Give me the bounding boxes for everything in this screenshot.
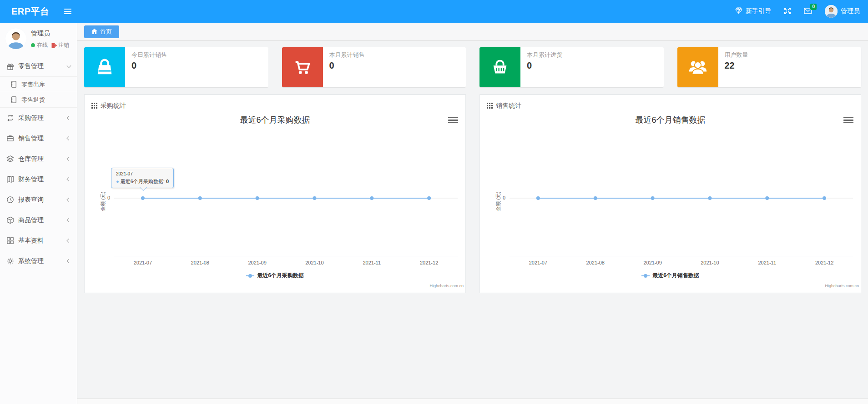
shopping-bag-icon	[84, 47, 125, 87]
stat-value: 0	[527, 60, 562, 71]
sidebar-item-retail[interactable]: 零售管理	[0, 56, 77, 77]
sidebar-item-label: 零售退货	[21, 96, 45, 104]
chevron-left-icon	[67, 116, 71, 120]
sidebar-item-purchase[interactable]: 采购管理	[0, 108, 77, 128]
chevron-left-icon	[67, 177, 71, 182]
sidebar-item-system[interactable]: 系统管理	[0, 251, 77, 271]
sidebar-item-label: 零售管理	[18, 62, 63, 70]
sidebar-item-goods[interactable]: 商品管理	[0, 210, 77, 230]
charts-row: 采购统计 最近6个月采购数据 金额 (元) 0 2021-072021-0820…	[84, 94, 861, 293]
highcharts-credits-link[interactable]: Highcharts.com.cn	[825, 284, 859, 288]
th-grid-icon	[91, 103, 97, 109]
logout-icon	[51, 43, 57, 48]
stat-label: 用户数量	[725, 51, 748, 59]
chevron-left-icon	[67, 157, 71, 161]
journal-icon	[10, 96, 18, 104]
highcharts-credits-link[interactable]: Highcharts.com.cn	[429, 284, 464, 288]
tooltip-value: 0	[166, 179, 169, 184]
profile-name: 管理员	[31, 30, 69, 38]
stats-row: 今日累计销售 0 本月累计销售 0	[84, 47, 861, 87]
panel-header: 销售统计	[480, 95, 861, 110]
journal-icon	[10, 80, 18, 88]
stat-card-month-purchase[interactable]: 本月累计进货 0	[479, 47, 664, 87]
stat-value: 0	[131, 60, 167, 71]
x-axis-label: 2021-09	[643, 260, 661, 265]
x-axis-label: 2021-10	[305, 260, 323, 265]
sidebar-item-basic-data[interactable]: 基本资料	[0, 230, 77, 251]
x-axis-label: 2021-10	[701, 260, 719, 265]
guide-label: 新手引导	[746, 7, 771, 15]
x-axis-labels: 2021-072021-082021-092021-102021-112021-…	[114, 260, 458, 266]
sidebar-item-label: 报表查询	[18, 196, 63, 204]
sidebar-item-finance[interactable]: 财务管理	[0, 169, 77, 190]
sidebar-item-sales[interactable]: 销售管理	[0, 128, 77, 149]
x-axis-label: 2021-11	[363, 260, 381, 265]
stat-card-today-sales[interactable]: 今日累计销售 0	[84, 47, 268, 87]
th-grid-icon	[487, 103, 493, 109]
sidebar-item-reports[interactable]: 报表查询	[0, 190, 77, 210]
sidebar-item-label: 销售管理	[18, 135, 63, 143]
series-plot[interactable]	[510, 138, 853, 256]
sidebar-item-retail-return[interactable]: 零售退货	[0, 92, 77, 108]
x-axis-label: 2021-07	[529, 260, 547, 265]
stat-label: 本月累计销售	[329, 51, 365, 59]
sales-stats-panel: 销售统计 最近6个月销售数据 金额 (元) 0 2021-072021-0820…	[479, 94, 861, 293]
chevron-left-icon	[67, 198, 71, 202]
chart-export-menu-icon[interactable]	[843, 116, 853, 124]
top-navbar: ERP平台 新手引导 0	[0, 0, 868, 23]
sidebar-profile: 管理员 在线 注销	[0, 23, 77, 54]
grid-icon	[6, 237, 14, 244]
sidebar-item-label: 仓库管理	[18, 155, 63, 163]
plot-area: 2021-072021-082021-092021-102021-112021-…	[114, 138, 458, 256]
stat-value: 22	[725, 60, 748, 71]
stat-label: 本月累计进货	[527, 51, 562, 59]
layout: 管理员 在线 注销 零	[0, 23, 868, 404]
profile-avatar	[5, 28, 26, 49]
tab-home[interactable]: 首页	[84, 25, 119, 38]
panel-title: 采购统计	[101, 102, 126, 110]
sidebar-item-warehouse[interactable]: 仓库管理	[0, 149, 77, 169]
shopping-cart-icon	[282, 47, 323, 87]
y-axis-tick: 0	[85, 195, 110, 200]
fullscreen-icon	[784, 7, 791, 16]
tab-bar: 首页	[77, 23, 868, 41]
chevron-left-icon	[67, 136, 71, 141]
user-name: 管理员	[841, 7, 860, 15]
tooltip-series-label: 最近6个月采购数据:	[121, 179, 165, 184]
sidebar-item-retail-outbound[interactable]: 零售出库	[0, 77, 77, 92]
gift-icon	[6, 63, 14, 70]
tooltip-series-dot-icon: ●	[116, 179, 119, 184]
guide-button[interactable]: 新手引导	[735, 7, 771, 15]
navbar-right: 新手引导 0 管理员	[735, 5, 868, 18]
chart-tooltip: 2021-07 ● 最近6个月采购数据: 0	[111, 168, 174, 188]
sidebar-item-label: 系统管理	[18, 257, 63, 265]
app-brand: ERP平台	[0, 5, 50, 18]
messages-count-badge: 0	[810, 4, 817, 10]
stat-value: 0	[329, 60, 365, 71]
layers-icon	[6, 155, 14, 163]
series-plot[interactable]	[114, 138, 458, 256]
gem-icon	[735, 7, 742, 15]
logout-button[interactable]: 注销	[51, 41, 69, 49]
messages-button[interactable]: 0	[804, 8, 812, 15]
stat-card-user-count[interactable]: 用户数量 22	[677, 47, 862, 87]
plot-area: 2021-072021-082021-092021-102021-112021-…	[510, 138, 853, 256]
fullscreen-button[interactable]	[784, 7, 791, 16]
chart-export-menu-icon[interactable]	[448, 116, 458, 124]
chevron-left-icon	[67, 239, 71, 243]
stat-card-month-sales[interactable]: 本月累计销售 0	[282, 47, 466, 87]
sidebar-toggle-icon[interactable]	[64, 9, 71, 14]
user-menu[interactable]: 管理员	[825, 5, 860, 18]
x-axis-label: 2021-12	[420, 260, 438, 265]
x-axis-label: 2021-11	[758, 260, 776, 265]
y-axis-title: 金额 (元)	[495, 191, 502, 211]
sidebar-menu: 零售管理 零售出库 零售退货	[0, 56, 77, 271]
erp-app: ERP平台 新手引导 0	[0, 0, 868, 404]
main-area: 首页 今日累计销售 0	[77, 23, 868, 404]
legend-line-marker-icon	[641, 275, 650, 276]
chevron-left-icon	[67, 218, 71, 223]
x-axis-labels: 2021-072021-082021-092021-102021-112021-…	[510, 260, 853, 266]
legend-item[interactable]: 最近6个月销售数据	[480, 272, 861, 279]
legend-item[interactable]: 最近6个月采购数据	[85, 272, 465, 279]
x-axis-label: 2021-08	[586, 260, 605, 265]
